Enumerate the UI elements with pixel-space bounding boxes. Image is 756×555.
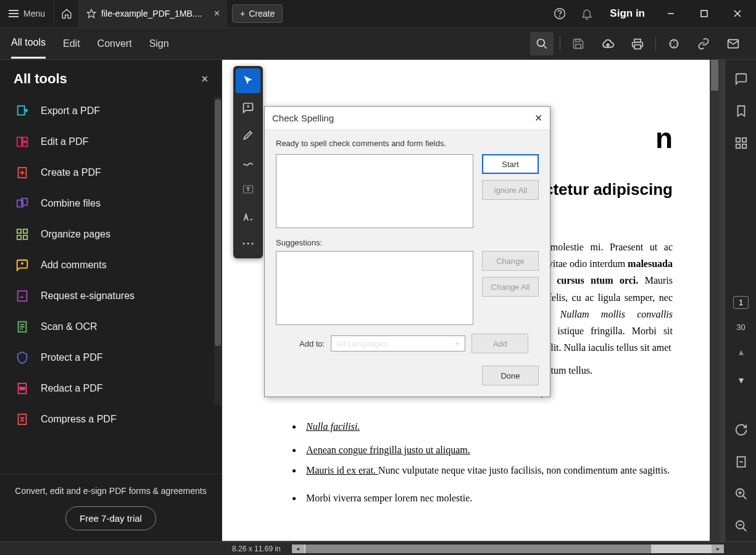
email-button[interactable] bbox=[721, 32, 745, 56]
tool-export-pdf[interactable]: Export a PDF bbox=[0, 96, 222, 126]
tool-list[interactable]: Export a PDF Edit a PDF Create a PDF Com… bbox=[0, 93, 222, 474]
add-button[interactable]: Add bbox=[471, 334, 528, 353]
page-down-button[interactable]: ▾ bbox=[731, 371, 752, 388]
svg-rect-25 bbox=[23, 236, 27, 239]
done-button[interactable]: Done bbox=[482, 366, 539, 385]
add-to-value: All Languages bbox=[336, 339, 387, 348]
svg-line-8 bbox=[544, 45, 547, 48]
fit-page-button[interactable] bbox=[731, 451, 752, 472]
zoom-in-button[interactable] bbox=[731, 483, 752, 504]
subheading-fragment: ctetur adipiscing bbox=[544, 180, 673, 199]
page-size: 8.26 x 11.69 in bbox=[222, 545, 291, 553]
add-to-select[interactable]: All Languages ▾ bbox=[331, 335, 465, 352]
sign-tool[interactable] bbox=[236, 204, 260, 229]
para-f: ctum tellus. bbox=[546, 365, 592, 376]
textbox-icon bbox=[242, 183, 254, 195]
tool-combine[interactable]: Combine files bbox=[0, 188, 222, 219]
tool-esign[interactable]: Request e-signatures bbox=[0, 281, 222, 311]
svg-line-45 bbox=[742, 528, 746, 532]
comments-panel-button[interactable] bbox=[731, 68, 752, 89]
scrollbar-thumb[interactable] bbox=[215, 99, 221, 346]
word-box[interactable] bbox=[276, 154, 473, 228]
zoom-in-icon bbox=[734, 487, 748, 501]
tab-edit[interactable]: Edit bbox=[63, 30, 80, 58]
menu-button[interactable]: Menu bbox=[0, 0, 54, 27]
select-tool[interactable] bbox=[236, 68, 260, 93]
ai-button[interactable] bbox=[662, 32, 686, 56]
page-up-button[interactable]: ▴ bbox=[731, 343, 752, 360]
textbox-tool[interactable] bbox=[236, 177, 260, 202]
redact-icon bbox=[15, 381, 30, 396]
scrollbar-thumb[interactable] bbox=[305, 545, 651, 553]
dialog-close-button[interactable]: ✕ bbox=[534, 112, 542, 124]
draw-tool[interactable] bbox=[236, 150, 260, 175]
sidebar-close-button[interactable]: × bbox=[201, 73, 208, 86]
scroll-left-button[interactable]: ◂ bbox=[292, 545, 304, 553]
link-button[interactable] bbox=[692, 32, 715, 56]
help-button[interactable] bbox=[550, 4, 569, 23]
tab-sign[interactable]: Sign bbox=[149, 30, 169, 58]
chat-icon bbox=[734, 72, 748, 86]
tab-all-tools[interactable]: All tools bbox=[11, 28, 46, 59]
rotate-button[interactable] bbox=[731, 419, 752, 440]
tool-compress[interactable]: Compress a PDF bbox=[0, 404, 222, 435]
tab-close-button[interactable]: × bbox=[214, 8, 220, 19]
home-button[interactable] bbox=[54, 0, 79, 27]
close-window-button[interactable] bbox=[725, 4, 750, 23]
free-trial-button[interactable]: Free 7-day trial bbox=[65, 506, 156, 530]
start-button[interactable]: Start bbox=[482, 154, 539, 174]
minimize-button[interactable] bbox=[658, 4, 683, 23]
grid-icon bbox=[734, 136, 748, 150]
tool-create-pdf[interactable]: Create a PDF bbox=[0, 157, 222, 188]
zoom-out-icon bbox=[734, 519, 748, 533]
change-all-button[interactable]: Change All bbox=[482, 277, 539, 297]
vertical-scrollbar[interactable] bbox=[710, 60, 720, 541]
comment-tool[interactable] bbox=[236, 96, 260, 120]
comments-icon bbox=[15, 258, 30, 273]
create-label: Create bbox=[249, 9, 275, 18]
scrollbar-thumb[interactable] bbox=[711, 60, 718, 91]
more-tools[interactable] bbox=[236, 231, 260, 256]
bookmarks-button[interactable] bbox=[731, 101, 752, 121]
svg-rect-29 bbox=[20, 387, 24, 390]
change-button[interactable]: Change bbox=[482, 251, 539, 271]
zoom-out-button[interactable] bbox=[731, 516, 752, 536]
svg-rect-24 bbox=[17, 236, 21, 239]
svg-rect-10 bbox=[576, 44, 581, 48]
create-button[interactable]: + Create bbox=[232, 4, 283, 23]
page-current[interactable]: 1 bbox=[733, 296, 749, 309]
tool-label: Combine files bbox=[41, 198, 101, 209]
document-tab[interactable]: file-example_PDF_1MB.... × bbox=[79, 0, 227, 27]
titlebar: Menu file-example_PDF_1MB.... × + Create… bbox=[0, 0, 756, 28]
save-button[interactable] bbox=[567, 32, 590, 56]
sign-in-button[interactable]: Sign in bbox=[610, 7, 645, 20]
svg-marker-0 bbox=[87, 9, 95, 17]
print-button[interactable] bbox=[626, 32, 649, 56]
tab-title: file-example_PDF_1MB.... bbox=[101, 9, 202, 18]
highlight-tool[interactable] bbox=[236, 123, 260, 147]
tool-label: Compress a PDF bbox=[41, 414, 117, 425]
thumbnails-button[interactable] bbox=[731, 133, 752, 154]
find-button[interactable] bbox=[530, 32, 554, 56]
ignore-all-button[interactable]: Ignore All bbox=[482, 180, 539, 200]
tool-comments[interactable]: Add comments bbox=[0, 250, 222, 281]
tool-edit-pdf[interactable]: Edit a PDF bbox=[0, 126, 222, 157]
fit-icon bbox=[734, 455, 748, 469]
sidebar-scrollbar[interactable] bbox=[214, 97, 222, 405]
bullet-4: Morbi viverra semper lorem nec molestie. bbox=[302, 487, 710, 510]
cloud-button[interactable] bbox=[596, 32, 620, 56]
tool-redact[interactable]: Redact a PDF bbox=[0, 373, 222, 404]
tool-label: Redact a PDF bbox=[41, 383, 102, 394]
tool-scan-ocr[interactable]: Scan & OCR bbox=[0, 311, 222, 342]
dialog-titlebar[interactable]: Check Spelling ✕ bbox=[265, 107, 550, 130]
maximize-button[interactable] bbox=[692, 4, 717, 23]
tool-organize[interactable]: Organize pages bbox=[0, 219, 222, 250]
horizontal-scrollbar[interactable]: ◂ ▸ bbox=[292, 545, 724, 553]
tab-convert[interactable]: Convert bbox=[98, 30, 132, 58]
svg-rect-18 bbox=[23, 142, 27, 146]
notifications-button[interactable] bbox=[578, 4, 596, 23]
scroll-right-button[interactable]: ▸ bbox=[712, 545, 724, 553]
check-spelling-dialog: Check Spelling ✕ Ready to spell check co… bbox=[264, 106, 550, 397]
suggestions-box[interactable] bbox=[276, 251, 473, 325]
tool-protect[interactable]: Protect a PDF bbox=[0, 342, 222, 373]
